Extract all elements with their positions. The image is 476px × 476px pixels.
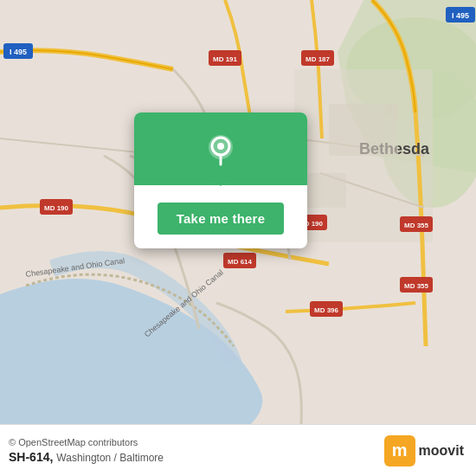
svg-text:MD 614: MD 614 <box>228 258 253 266</box>
moovit-letter: m <box>392 441 408 460</box>
svg-point-33 <box>217 143 224 150</box>
location-info: © OpenStreetMap contributors SH-614, Was… <box>9 437 164 464</box>
moovit-logo-icon: m <box>384 435 415 466</box>
city-label: Washington / Baltimore <box>56 452 164 464</box>
svg-text:MD 396: MD 396 <box>314 306 339 314</box>
svg-rect-28 <box>329 104 398 156</box>
popup-top <box>134 113 307 185</box>
popup-bottom: Take me there <box>134 185 307 248</box>
route-label: SH-614, <box>9 450 53 464</box>
svg-text:MD 190: MD 190 <box>44 204 69 212</box>
map-container: I 495 I 495 MD 190 MD 190 MD 191 MD 187 … <box>0 0 476 424</box>
svg-text:MD 355: MD 355 <box>404 222 429 229</box>
svg-text:I 495: I 495 <box>452 11 469 20</box>
location-pin-icon <box>202 132 240 170</box>
svg-text:I 495: I 495 <box>10 48 27 56</box>
popup-card: Take me there <box>134 113 307 248</box>
copyright-text: © OpenStreetMap contributors <box>9 437 138 447</box>
moovit-logo-text: moovit <box>419 443 464 459</box>
svg-text:MD 187: MD 187 <box>306 55 331 63</box>
svg-text:MD 355: MD 355 <box>404 282 429 290</box>
bottom-bar: © OpenStreetMap contributors SH-614, Was… <box>0 424 476 476</box>
take-me-there-button[interactable]: Take me there <box>158 203 284 235</box>
svg-text:MD 191: MD 191 <box>213 55 238 63</box>
moovit-logo: m moovit <box>384 435 464 466</box>
